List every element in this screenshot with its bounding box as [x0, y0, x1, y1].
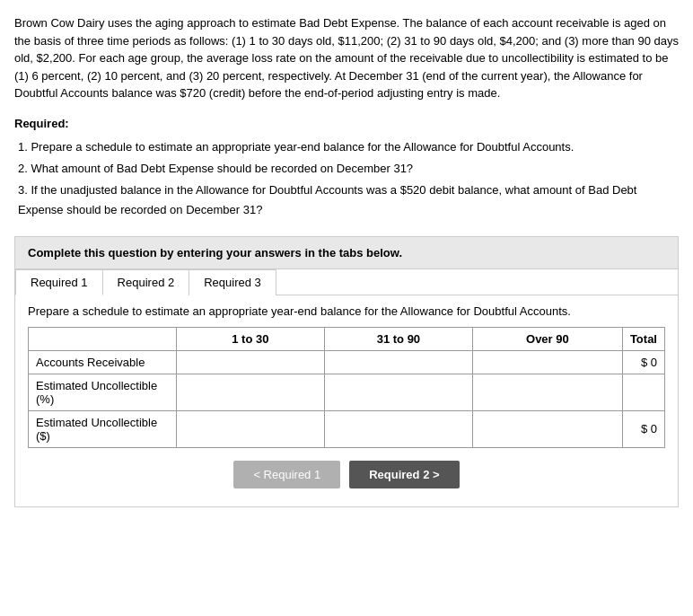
pct-total-cell: [622, 374, 664, 410]
dollar-1to30-cell[interactable]: [176, 410, 324, 447]
required-item-1: 1. Prepare a schedule to estimate an app…: [18, 137, 679, 157]
col-header-1to30: 1 to 30: [176, 327, 324, 350]
table-row: Accounts Receivable $ 0: [29, 350, 665, 374]
tab-instruction: Prepare a schedule to estimate an approp…: [28, 304, 665, 318]
description: Brown Cow Dairy uses the aging approach …: [14, 14, 679, 102]
required-items: 1. Prepare a schedule to estimate an app…: [18, 137, 679, 220]
table-row: Estimated Uncollectible ($) $ 0: [29, 410, 665, 447]
col-header-over90: Over 90: [472, 327, 622, 350]
row-label-pct: Estimated Uncollectible (%): [29, 374, 177, 410]
dollar-total-cell: $ 0: [622, 410, 664, 447]
required-item-3: 3. If the unadjusted balance in the Allo…: [18, 180, 679, 220]
next-button[interactable]: Required 2 >: [349, 461, 459, 488]
col-header-blank: [29, 327, 177, 350]
pct-31to90-cell[interactable]: [324, 374, 472, 410]
ar-31to90-cell[interactable]: [324, 350, 472, 374]
tabs-area: Required 1 Required 2 Required 3 Prepare…: [14, 269, 679, 507]
pct-31to90-input[interactable]: [325, 381, 472, 403]
dollar-31to90-input[interactable]: [325, 418, 472, 440]
pct-over90-input[interactable]: [473, 381, 622, 403]
dollar-1to30-input[interactable]: [177, 418, 324, 440]
complete-box: Complete this question by entering your …: [14, 236, 679, 269]
dollar-over90-cell[interactable]: [472, 410, 622, 447]
pct-1to30-cell[interactable]: [176, 374, 324, 410]
col-header-total: Total: [622, 327, 664, 350]
tab-content: Prepare a schedule to estimate an approp…: [15, 295, 678, 506]
required-label: Required:: [14, 117, 679, 130]
pct-over90-cell[interactable]: [472, 374, 622, 410]
schedule-table: 1 to 30 31 to 90 Over 90 Total Accounts …: [28, 327, 665, 448]
row-label-ar: Accounts Receivable: [29, 350, 177, 374]
ar-1to30-cell[interactable]: [176, 350, 324, 374]
tab-required-2[interactable]: Required 2: [102, 269, 190, 295]
required-item-2: 2. What amount of Bad Debt Expense shoul…: [18, 159, 679, 179]
row-label-dollar: Estimated Uncollectible ($): [29, 410, 177, 447]
nav-buttons: < Required 1 Required 2 >: [28, 448, 665, 497]
tab-required-3[interactable]: Required 3: [189, 269, 276, 295]
ar-31to90-input[interactable]: [325, 351, 472, 374]
tabs-row: Required 1 Required 2 Required 3: [15, 269, 678, 295]
tab-required-1[interactable]: Required 1: [15, 269, 103, 295]
ar-over90-input[interactable]: [473, 351, 622, 374]
col-header-31to90: 31 to 90: [324, 327, 472, 350]
table-row: Estimated Uncollectible (%): [29, 374, 665, 410]
dollar-31to90-cell[interactable]: [324, 410, 472, 447]
ar-total-cell: $ 0: [622, 350, 664, 374]
ar-over90-cell[interactable]: [472, 350, 622, 374]
dollar-over90-input[interactable]: [473, 418, 622, 440]
prev-button[interactable]: < Required 1: [233, 461, 340, 488]
ar-1to30-input[interactable]: [177, 351, 324, 374]
pct-1to30-input[interactable]: [177, 381, 324, 403]
